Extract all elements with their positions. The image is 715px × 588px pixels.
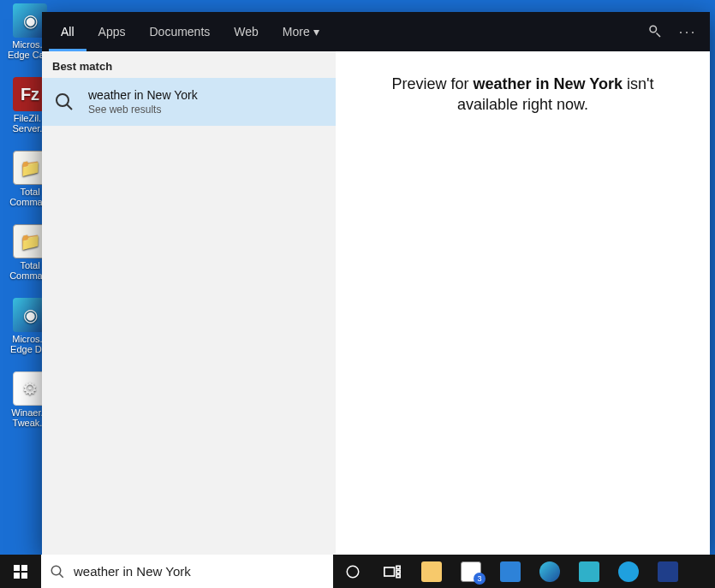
tab-all[interactable]: All — [49, 12, 86, 51]
svg-point-1 — [57, 94, 69, 106]
edge-icon — [539, 561, 560, 582]
svg-line-8 — [59, 573, 63, 578]
svg-point-7 — [51, 566, 61, 575]
taskbar-app-edge[interactable] — [530, 555, 569, 588]
start-button[interactable] — [0, 555, 41, 588]
result-subtitle: See web results — [88, 104, 198, 116]
svg-rect-6 — [21, 573, 27, 579]
search-icon — [50, 564, 65, 579]
more-options-icon[interactable]: ··· — [679, 23, 696, 40]
preview-pane: Preview for weather in New York isn't av… — [336, 51, 710, 555]
svg-line-2 — [67, 104, 72, 110]
taskbar-app-store[interactable]: 3 — [451, 555, 491, 588]
svg-rect-13 — [396, 574, 400, 577]
rewards-icon[interactable] — [646, 23, 664, 40]
results-list: Best match weather in New York See web r… — [42, 51, 336, 555]
cortana-button[interactable] — [333, 555, 372, 588]
preview-prefix: Preview for — [392, 75, 474, 92]
svg-point-9 — [347, 566, 359, 578]
result-title: weather in New York — [88, 88, 198, 102]
taskbar-app-powershell[interactable] — [648, 555, 688, 588]
section-header-best-match: Best match — [42, 51, 336, 78]
svg-rect-3 — [14, 565, 20, 571]
task-view-icon — [384, 565, 401, 579]
search-icon — [52, 90, 76, 114]
taskbar-app-mail[interactable] — [491, 555, 530, 588]
search-flyout: All Apps Documents Web More ▾ ··· Best m… — [42, 12, 710, 555]
file-explorer-icon — [421, 561, 442, 582]
tab-more[interactable]: More ▾ — [271, 12, 331, 51]
windows-icon — [14, 565, 27, 579]
mail-icon — [500, 561, 521, 582]
skype-icon — [618, 561, 639, 582]
tab-apps[interactable]: Apps — [86, 12, 138, 51]
tab-documents[interactable]: Documents — [137, 12, 222, 51]
svg-point-0 — [650, 26, 657, 33]
svg-rect-10 — [384, 567, 395, 576]
svg-rect-12 — [396, 570, 400, 573]
cortana-icon — [345, 564, 360, 579]
powershell-icon — [658, 561, 678, 582]
preview-message: Preview for weather in New York isn't av… — [336, 74, 710, 116]
badge-count: 3 — [474, 573, 486, 585]
search-tabs: All Apps Documents Web More ▾ ··· — [42, 12, 710, 51]
task-view-button[interactable] — [372, 555, 412, 588]
svg-rect-11 — [396, 566, 400, 568]
result-item-best-match[interactable]: weather in New York See web results — [42, 78, 336, 126]
taskbar-app-skype[interactable] — [609, 555, 648, 588]
svg-rect-5 — [14, 573, 20, 579]
tab-web[interactable]: Web — [222, 12, 271, 51]
movies-icon — [579, 561, 599, 582]
taskbar-app-explorer[interactable] — [412, 555, 451, 588]
svg-rect-4 — [21, 565, 27, 571]
taskbar-app-movies[interactable] — [569, 555, 609, 588]
preview-query: weather in New York — [474, 75, 623, 92]
taskbar-search-box[interactable] — [41, 555, 333, 588]
taskbar: 3 — [0, 555, 715, 588]
search-input[interactable] — [74, 564, 325, 579]
